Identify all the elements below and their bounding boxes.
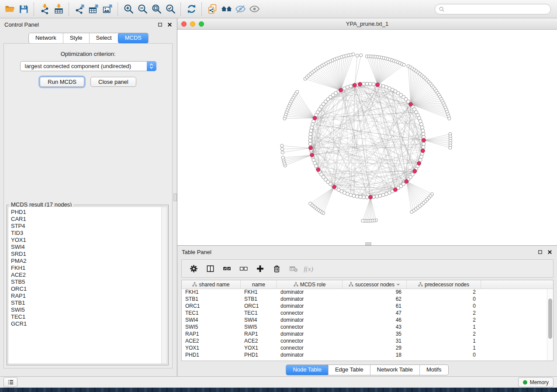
zoom-selected-button[interactable] bbox=[163, 2, 177, 16]
table-row[interactable]: SWI5SWI5connector431 bbox=[182, 324, 553, 331]
zoom-in-button[interactable] bbox=[121, 2, 135, 16]
select-all-button[interactable] bbox=[221, 263, 232, 274]
criterion-dropdown[interactable]: largest connected component (undirected) bbox=[20, 61, 156, 71]
svg-text:f(x): f(x) bbox=[304, 265, 313, 273]
zoom-fit-button[interactable] bbox=[149, 2, 163, 16]
mcds-result-item[interactable]: SRD1 bbox=[8, 251, 167, 258]
table-row[interactable]: TEC1TEC1connector472 bbox=[182, 310, 553, 317]
mcds-result-item[interactable]: PMA2 bbox=[8, 258, 167, 265]
maximize-window-icon[interactable] bbox=[199, 21, 204, 27]
mcds-result-item[interactable]: FKH1 bbox=[8, 265, 167, 272]
function-builder-button: f(x) bbox=[304, 263, 315, 274]
export-image-button[interactable] bbox=[100, 2, 114, 16]
tab-select[interactable]: Select bbox=[89, 33, 118, 43]
mcds-result-item[interactable]: CAR1 bbox=[8, 216, 167, 223]
mcds-result-item[interactable]: TID3 bbox=[8, 230, 167, 237]
mcds-result-item[interactable]: ACE2 bbox=[8, 272, 167, 279]
deselect-all-button[interactable] bbox=[238, 263, 249, 274]
tab-mcds[interactable]: MCDS bbox=[118, 33, 149, 44]
close-window-icon[interactable] bbox=[181, 21, 187, 27]
table-row[interactable]: FKH1FKH1dominator962 bbox=[182, 289, 553, 296]
export-network-button[interactable] bbox=[73, 2, 86, 16]
table-cell: STB1 bbox=[182, 296, 241, 303]
import-network-icon bbox=[39, 3, 50, 14]
memory-button[interactable]: Memory bbox=[518, 377, 554, 387]
table-cell: FKH1 bbox=[241, 289, 277, 296]
split-view-button[interactable] bbox=[204, 263, 216, 274]
column-header-shared-name[interactable]: shared name bbox=[182, 280, 241, 289]
float-icon bbox=[538, 250, 543, 254]
mcds-result-item[interactable]: STP4 bbox=[8, 223, 167, 230]
table-cell: RAP1 bbox=[182, 331, 241, 338]
save-session-button[interactable] bbox=[17, 2, 31, 16]
column-header-name[interactable]: name bbox=[241, 280, 277, 289]
mcds-tab-content: Optimization criterion: largest connecte… bbox=[3, 43, 173, 368]
add-button[interactable] bbox=[254, 263, 266, 274]
column-header-predecessor-nodes[interactable]: predecessor nodes bbox=[407, 280, 481, 289]
clone-network-icon bbox=[207, 3, 218, 14]
table-row[interactable]: RAP1RAP1dominator352 bbox=[182, 331, 553, 338]
tab-network-table[interactable]: Network Table bbox=[370, 365, 419, 375]
open-folder-icon bbox=[4, 3, 15, 14]
hierarchy-icon bbox=[349, 282, 353, 287]
table-cell: connector bbox=[277, 310, 343, 317]
delete-button[interactable] bbox=[271, 263, 282, 274]
table-settings-button[interactable] bbox=[188, 263, 199, 274]
table-cell: SWI4 bbox=[182, 317, 241, 324]
tab-edge-table[interactable]: Edge Table bbox=[328, 365, 370, 375]
search-input[interactable] bbox=[447, 5, 547, 13]
table-scrollbar-thumb[interactable] bbox=[548, 299, 552, 339]
zoom-out-button[interactable] bbox=[135, 2, 149, 16]
float-window-icon[interactable] bbox=[537, 249, 543, 255]
table-row[interactable]: ACE2ACE2connector311 bbox=[182, 338, 553, 345]
clone-network-button[interactable] bbox=[205, 2, 219, 16]
control-panel-title: Control Panel bbox=[4, 21, 153, 28]
open-file-button[interactable] bbox=[3, 2, 17, 16]
minimize-window-icon[interactable] bbox=[190, 21, 195, 27]
close-panel-button[interactable]: Close panel bbox=[90, 77, 136, 87]
table-row[interactable]: ORC1ORC1dominator610 bbox=[182, 303, 553, 310]
first-neighbors-button[interactable] bbox=[219, 2, 233, 16]
mcds-result-scrollbar[interactable] bbox=[161, 207, 167, 364]
close-panel-icon[interactable] bbox=[166, 21, 173, 28]
import-network-button[interactable] bbox=[38, 2, 52, 16]
tab-motifs[interactable]: Motifs bbox=[419, 365, 448, 375]
network-window-title: YPA_prune.txt_1 bbox=[177, 18, 557, 29]
close-panel-icon[interactable] bbox=[547, 249, 553, 255]
show-all-button[interactable] bbox=[247, 2, 261, 16]
table-row[interactable]: PHD1PHD1dominator180 bbox=[182, 352, 553, 359]
refresh-button[interactable] bbox=[184, 2, 198, 16]
import-table-button[interactable] bbox=[52, 2, 66, 16]
mcds-result-item[interactable]: STB5 bbox=[8, 279, 167, 285]
network-canvas[interactable] bbox=[177, 30, 557, 245]
mcds-result-item[interactable]: GCR1 bbox=[8, 320, 167, 327]
mcds-result-item[interactable]: ORC1 bbox=[8, 285, 167, 292]
tab-network[interactable]: Network bbox=[29, 33, 63, 43]
mcds-result-item[interactable]: PHD1 bbox=[8, 209, 167, 216]
table-row[interactable]: YOX1YOX1connector291 bbox=[182, 345, 553, 352]
task-history-button[interactable] bbox=[3, 377, 17, 387]
table-cell: TEC1 bbox=[241, 310, 277, 317]
run-mcds-button[interactable]: Run MCDS bbox=[40, 77, 84, 87]
column-header-successor-nodes[interactable]: successor nodes bbox=[343, 280, 407, 289]
mcds-result-item[interactable]: YOX1 bbox=[8, 237, 167, 244]
mcds-result-item[interactable]: TEC1 bbox=[8, 313, 167, 320]
hide-selected-button[interactable] bbox=[233, 2, 247, 16]
vertical-splitter-handle[interactable] bbox=[173, 193, 177, 201]
tab-style[interactable]: Style bbox=[63, 33, 89, 43]
mcds-result-item[interactable]: SWI4 bbox=[8, 244, 167, 251]
mcds-result-item[interactable]: SWI5 bbox=[8, 306, 167, 313]
mcds-result-item[interactable]: RAP1 bbox=[8, 292, 167, 299]
table-row[interactable]: SWI4SWI4dominator462 bbox=[182, 317, 553, 324]
search-icon bbox=[439, 6, 445, 12]
horizontal-splitter-handle[interactable] bbox=[365, 242, 371, 245]
column-header-MCDS-role[interactable]: MCDS role bbox=[277, 280, 343, 289]
table-cell: 1 bbox=[407, 338, 481, 345]
mcds-result-list-container: PHD1CAR1STP4TID3YOX1SWI4SRD1PMA2FKH1ACE2… bbox=[8, 206, 167, 364]
hierarchy-icon bbox=[294, 282, 298, 287]
mcds-result-item[interactable]: STB1 bbox=[8, 299, 167, 306]
float-window-icon[interactable] bbox=[157, 21, 163, 28]
table-row[interactable]: STB1STB1dominator620 bbox=[182, 296, 553, 303]
tab-node-table[interactable]: Node Table bbox=[286, 364, 329, 375]
export-table-button[interactable] bbox=[86, 2, 100, 16]
